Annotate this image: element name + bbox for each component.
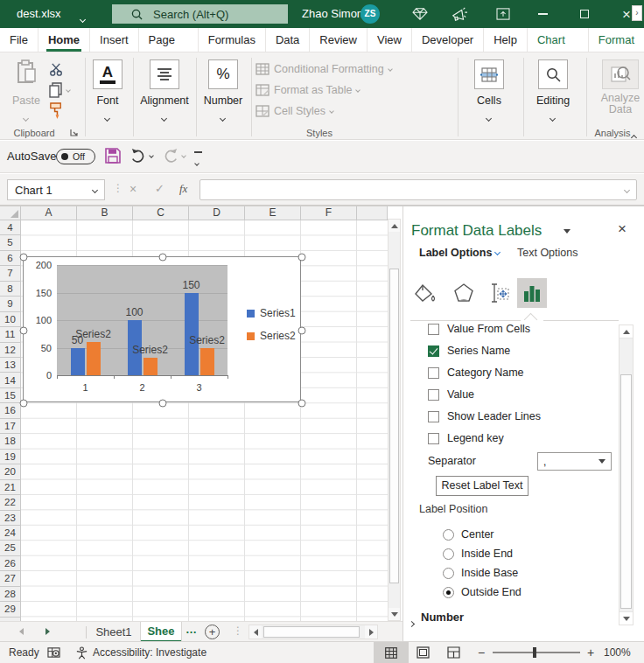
radio-circle[interactable]	[443, 529, 454, 541]
checkbox-series-name[interactable]: Series Name	[428, 345, 510, 357]
cancel-formula-icon[interactable]: ×	[130, 182, 136, 196]
tab-formulas[interactable]: Formulas	[198, 28, 265, 52]
search-input[interactable]: Search (Alt+Q)	[112, 4, 288, 24]
checkbox-category-name[interactable]: Category Name	[428, 366, 524, 379]
data-label-series1-cat2[interactable]: 100	[125, 306, 143, 318]
tab-home[interactable]: Home	[38, 28, 89, 52]
pane-scroll-down-arrow[interactable]	[620, 611, 633, 625]
chart-selection-handle[interactable]	[159, 254, 167, 262]
column-header-b[interactable]: B	[77, 206, 133, 220]
pane-scroll-up-arrow[interactable]	[620, 325, 633, 338]
row-header-13[interactable]: 13	[0, 358, 20, 373]
select-all-corner[interactable]	[0, 206, 21, 220]
data-label-series2-cat1[interactable]: Series2	[75, 328, 111, 340]
row-header-28[interactable]: 28	[0, 587, 20, 602]
row-header-22[interactable]: 22	[0, 495, 20, 510]
legend-item-series1[interactable]: Series1	[247, 307, 296, 319]
data-label-series1-cat3[interactable]: 150	[182, 279, 200, 291]
tab-help[interactable]: Help	[483, 28, 527, 52]
scroll-left-arrow[interactable]	[249, 625, 262, 639]
undo-button[interactable]	[130, 148, 153, 163]
checkbox-box[interactable]	[428, 389, 439, 401]
legend-item-series2[interactable]: Series2	[247, 330, 296, 342]
chart-selection-handle[interactable]	[159, 400, 167, 408]
paste-button[interactable]	[9, 59, 44, 86]
document-title-chevron-icon[interactable]	[80, 17, 86, 23]
accessibility-icon[interactable]	[75, 642, 88, 663]
horizontal-scroll-thumb[interactable]	[263, 626, 360, 638]
zoom-level[interactable]: 100%	[604, 642, 631, 663]
row-header-17[interactable]: 17	[0, 419, 20, 434]
analyze-data-button[interactable]	[602, 59, 639, 89]
namebox-resize-dots[interactable]: ⋮	[113, 182, 123, 194]
cells-button[interactable]	[474, 59, 504, 89]
customize-qat-button[interactable]	[194, 151, 202, 168]
row-header-7[interactable]: 7	[0, 266, 20, 281]
row-header-14[interactable]: 14	[0, 373, 20, 388]
tab-view[interactable]: View	[367, 28, 411, 52]
name-box[interactable]: Chart 1	[7, 179, 105, 200]
data-label-series2-cat2[interactable]: Series2	[132, 344, 168, 356]
radio-outside-end[interactable]: Outside End	[443, 586, 522, 598]
pane-close-icon[interactable]: ×	[618, 220, 626, 238]
row-header-12[interactable]: 12	[0, 343, 20, 358]
scroll-right-arrow[interactable]	[365, 625, 377, 639]
avatar[interactable]: ZS	[360, 4, 380, 24]
data-label-series2-cat3[interactable]: Series2	[189, 334, 225, 346]
fill-and-line-tab[interactable]	[410, 278, 440, 308]
checkbox-box[interactable]	[428, 345, 439, 357]
tab-file[interactable]: File	[0, 28, 38, 52]
cell-styles-button[interactable]: Cell Styles	[256, 105, 333, 117]
column-header-e[interactable]: E	[245, 206, 301, 220]
ribbon-display-options-icon[interactable]	[488, 0, 518, 28]
radio-inside-base[interactable]: Inside Base	[443, 567, 518, 579]
chart-selection-handle[interactable]	[298, 400, 306, 408]
chart-selection-handle[interactable]	[298, 326, 306, 334]
size-and-properties-tab[interactable]	[484, 278, 514, 308]
minimize-button[interactable]	[528, 0, 557, 28]
chart-selection-handle[interactable]	[20, 400, 28, 408]
bar-series2-cat1[interactable]	[87, 342, 101, 375]
coming-soon-megaphone-icon[interactable]	[444, 0, 474, 28]
view-normal-button[interactable]	[374, 642, 409, 663]
sheet-tab-sheet1[interactable]: Sheet1	[91, 622, 136, 642]
bar-series2-cat3[interactable]	[200, 348, 214, 376]
cut-button[interactable]	[49, 62, 64, 76]
row-header-23[interactable]: 23	[0, 511, 20, 526]
row-header-9[interactable]: 9	[0, 297, 20, 311]
alignment-button[interactable]	[150, 59, 179, 89]
expand-formula-bar-icon[interactable]	[624, 186, 630, 192]
font-button[interactable]: A	[93, 59, 122, 89]
row-header-11[interactable]: 11	[0, 327, 20, 342]
row-header-5[interactable]: 5	[0, 235, 20, 250]
number-section-chevron-icon[interactable]	[410, 616, 414, 629]
row-header-20[interactable]: 20	[0, 464, 20, 479]
format-as-table-button[interactable]: Format as Table	[256, 84, 360, 96]
scroll-down-arrow[interactable]	[388, 608, 400, 620]
scroll-up-arrow[interactable]	[388, 220, 400, 232]
checkbox-legend-key[interactable]: Legend key	[428, 432, 504, 444]
chart-selection-handle[interactable]	[298, 254, 306, 262]
row-header-24[interactable]: 24	[0, 526, 20, 541]
row-header-21[interactable]: 21	[0, 480, 20, 495]
sheet-tab-active[interactable]: Shee	[140, 622, 182, 642]
horizontal-scrollbar[interactable]	[248, 625, 378, 639]
bar-series2-cat2[interactable]	[144, 358, 158, 375]
row-header-6[interactable]: 6	[0, 251, 20, 266]
more-tabs-button[interactable]: ›	[632, 5, 642, 21]
chart-object[interactable]: 05010015020012350100150Series1Series2Ser…	[23, 256, 301, 402]
tab-page-layout[interactable]: Page Layout	[138, 28, 198, 52]
effects-tab[interactable]	[449, 278, 479, 308]
column-header-f[interactable]: F	[301, 206, 357, 220]
column-header-partial[interactable]	[357, 206, 388, 220]
clipboard-dialog-launcher[interactable]	[70, 129, 78, 136]
tab-format[interactable]: Format	[588, 28, 644, 52]
formula-input[interactable]	[200, 179, 637, 200]
column-header-d[interactable]: D	[189, 206, 245, 220]
premium-diamond-icon[interactable]	[405, 0, 435, 28]
format-painter-button[interactable]	[48, 102, 65, 120]
sheetbar-resize-dots[interactable]: ⋮	[233, 625, 243, 637]
zoom-out-button[interactable]: −	[478, 642, 485, 663]
row-header-19[interactable]: 19	[0, 450, 20, 464]
checkbox-box[interactable]	[428, 367, 439, 379]
